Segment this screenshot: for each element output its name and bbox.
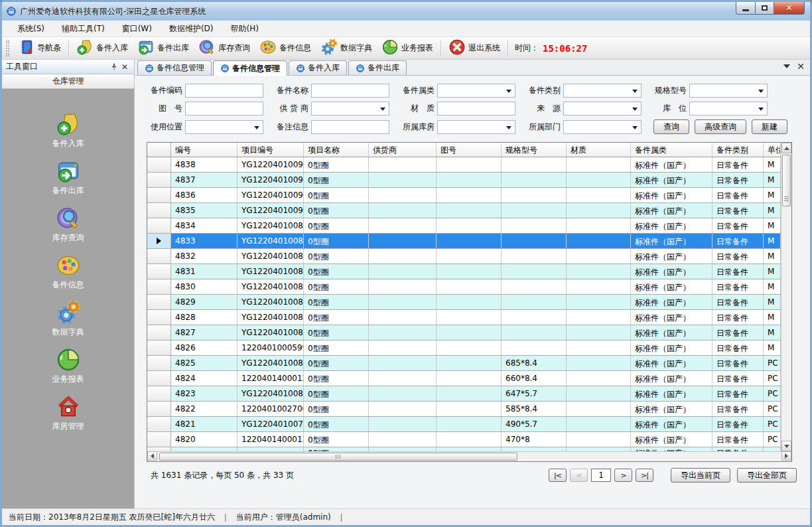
table-cell[interactable]: YG12204010090 <box>237 203 304 218</box>
table-cell[interactable] <box>369 417 437 431</box>
table-cell[interactable] <box>369 203 437 218</box>
table-row[interactable]: 4825YG122040100810型圈685*8.4标准件（国产）日常备件PC <box>147 356 781 371</box>
table-cell[interactable] <box>502 310 567 325</box>
sidebar-item-warehouse-home[interactable]: 库房管理 <box>29 394 108 432</box>
table-cell[interactable]: 标准件（国产） <box>631 325 712 340</box>
table-cell[interactable]: 0型圈 <box>304 157 369 172</box>
row-selector[interactable] <box>147 325 171 340</box>
table-cell[interactable]: 日常备件 <box>712 264 764 279</box>
table-cell[interactable]: 4833 <box>171 234 237 248</box>
table-cell[interactable]: YG12204010093 <box>237 157 304 172</box>
table-cell[interactable]: 660*8.4 <box>502 371 567 386</box>
row-selector[interactable] <box>147 402 171 416</box>
table-cell[interactable]: 647*5.7 <box>502 386 567 401</box>
table-cell[interactable]: 日常备件 <box>712 279 764 294</box>
table-cell[interactable]: PC <box>764 417 781 431</box>
table-cell[interactable] <box>502 249 567 264</box>
table-cell[interactable] <box>567 356 631 370</box>
table-cell[interactable]: 4837 <box>171 173 237 187</box>
table-cell[interactable] <box>369 249 437 264</box>
table-cell[interactable]: YG12204010080 <box>237 386 304 401</box>
table-cell[interactable]: YG12204010087 <box>237 249 304 264</box>
row-selector[interactable] <box>147 173 171 187</box>
table-cell[interactable]: 标准件（国产） <box>631 234 712 248</box>
search-text-input[interactable] <box>185 102 263 115</box>
table-cell[interactable]: 0型圈 <box>304 249 369 264</box>
horizontal-scrollbar[interactable] <box>147 451 791 461</box>
menu-item[interactable]: 数据维护(D) <box>161 21 222 37</box>
table-row[interactable]: 482012204014000130型圈470*8标准件（国产）日常备件PC <box>147 432 781 447</box>
table-cell[interactable]: 4830 <box>171 279 237 294</box>
export-current-page-button[interactable]: 导出当前页 <box>671 468 730 483</box>
table-cell[interactable]: 4821 <box>171 417 237 431</box>
toolbar-button-exit-system[interactable]: 退出系统 <box>444 37 505 59</box>
table-cell[interactable]: YG12204010086 <box>237 264 304 279</box>
first-page-button[interactable]: |< <box>549 469 567 482</box>
table-cell[interactable]: PC <box>764 386 781 401</box>
table-cell[interactable]: 标准件（国产） <box>631 386 712 401</box>
table-cell[interactable]: 685*8.4 <box>502 356 567 370</box>
table-cell[interactable] <box>437 203 502 218</box>
table-cell[interactable]: 0型圈 <box>304 279 369 294</box>
table-cell[interactable]: 日常备件 <box>712 173 764 187</box>
row-selector[interactable] <box>147 234 171 248</box>
table-cell[interactable] <box>369 310 437 325</box>
table-cell[interactable] <box>369 188 437 202</box>
table-cell[interactable]: 0型圈 <box>304 386 369 401</box>
table-row[interactable]: 4823YG122040100800型圈647*5.7标准件（国产）日常备件PC <box>147 386 781 402</box>
table-cell[interactable]: 日常备件 <box>712 432 764 447</box>
table-cell[interactable]: 0型圈 <box>304 417 369 431</box>
table-cell[interactable]: YG12204010088 <box>237 234 304 248</box>
table-cell[interactable]: 标准件（国产） <box>631 295 712 309</box>
table-cell[interactable] <box>369 340 437 355</box>
table-cell[interactable] <box>502 279 567 294</box>
table-row[interactable]: 4834YG122040100890型圈标准件（国产）日常备件M <box>147 218 781 234</box>
table-cell[interactable]: 4828 <box>171 310 237 325</box>
table-cell[interactable]: YG12204010082 <box>237 325 304 340</box>
query-button[interactable]: 查询 <box>653 119 689 134</box>
table-cell[interactable] <box>437 264 502 279</box>
pin-icon[interactable] <box>109 62 119 72</box>
table-cell[interactable] <box>437 295 502 309</box>
menu-item[interactable]: 窗口(W) <box>113 21 161 37</box>
table-cell[interactable]: 日常备件 <box>712 295 764 309</box>
table-cell[interactable] <box>369 234 437 248</box>
table-cell[interactable]: M <box>764 249 781 264</box>
table-cell[interactable]: 日常备件 <box>712 417 764 431</box>
row-selector[interactable] <box>147 386 171 401</box>
table-cell[interactable]: 标准件（国产） <box>631 402 712 416</box>
table-cell[interactable]: 4827 <box>171 325 237 340</box>
tab-close-icon[interactable]: ✕ <box>797 62 805 70</box>
table-row[interactable]: 4829YG122040100840型圈标准件（国产）日常备件M <box>147 295 781 310</box>
toolbar-button-navigator-book[interactable]: 导航条 <box>13 37 66 59</box>
table-cell[interactable]: 0型圈 <box>304 371 369 386</box>
table-cell[interactable]: 日常备件 <box>712 402 764 416</box>
search-text-input[interactable] <box>311 84 389 98</box>
table-cell[interactable] <box>437 432 502 447</box>
table-cell[interactable]: 1220401002700 <box>237 402 304 416</box>
table-cell[interactable]: 4825 <box>171 356 237 370</box>
sidebar-item-business-report[interactable]: 业务报表 <box>29 347 108 385</box>
table-cell[interactable] <box>369 157 437 172</box>
menu-item[interactable]: 帮助(H) <box>222 21 267 37</box>
search-select[interactable] <box>563 120 642 134</box>
table-row[interactable]: 4837YG122040100920型圈标准件（国产）日常备件M <box>147 173 781 188</box>
table-cell[interactable]: YG12204010079 <box>237 417 304 431</box>
table-cell[interactable]: 4822 <box>171 402 237 416</box>
table-cell[interactable] <box>437 157 502 172</box>
scroll-down-arrow[interactable] <box>781 441 791 451</box>
table-row[interactable]: 482612204010005990型圈标准件（国产）日常备件M <box>147 340 781 356</box>
table-cell[interactable] <box>502 234 567 248</box>
table-cell[interactable]: M <box>764 295 781 309</box>
table-cell[interactable]: 日常备件 <box>712 157 764 172</box>
table-cell[interactable]: 标准件（国产） <box>631 417 712 431</box>
table-cell[interactable]: 0型圈 <box>304 203 369 218</box>
table-cell[interactable] <box>567 234 631 248</box>
table-cell[interactable]: PC <box>764 402 781 416</box>
row-selector[interactable] <box>147 340 171 355</box>
table-cell[interactable]: 4832 <box>171 249 237 264</box>
table-row[interactable]: 4835YG122040100900型圈标准件（国产）日常备件M <box>147 203 781 218</box>
table-cell[interactable]: M <box>764 203 781 218</box>
tab-list-dropdown-icon[interactable] <box>783 64 790 68</box>
table-cell[interactable]: 4834 <box>171 218 237 233</box>
